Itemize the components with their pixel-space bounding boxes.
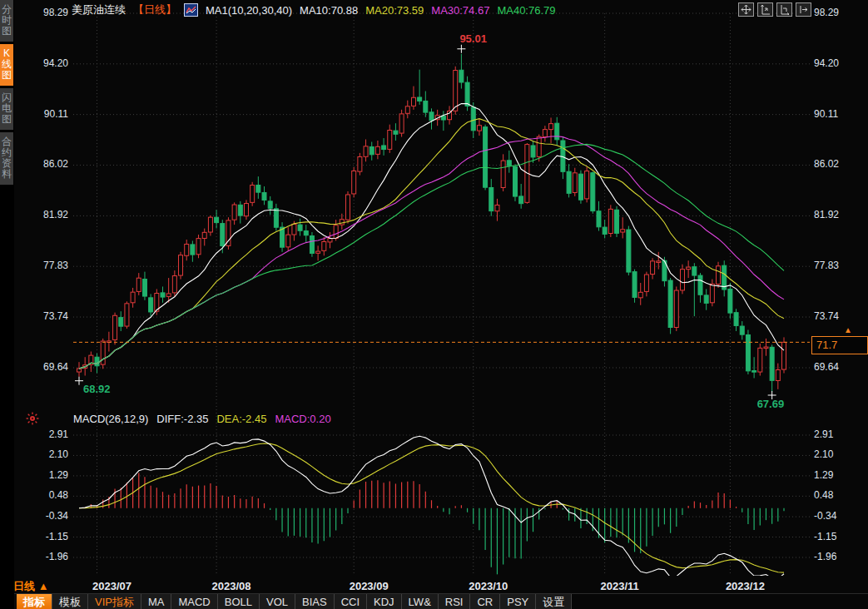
last-price-label: 71.7	[811, 336, 868, 354]
sidebar-tab-label: K线图	[2, 48, 12, 81]
price-axis-label: 81.92	[814, 209, 859, 220]
macd-axis-label: -1.96	[814, 551, 859, 562]
macd-axis-label: -0.34	[23, 510, 68, 522]
chart-canvas[interactable]	[0, 0, 868, 609]
price-axis-label: 94.20	[23, 57, 68, 69]
toolbar-tab-lw[interactable]: LW&	[402, 594, 439, 609]
sidebar-tab-kline-chart[interactable]: K线图	[0, 44, 13, 86]
toolbar-tab-cci[interactable]: CCI	[335, 594, 367, 609]
period-tag: 【日线】	[133, 2, 176, 17]
macd-axis-label: 1.29	[23, 469, 68, 481]
macd-macd-value: MACD:0.20	[275, 413, 330, 425]
ma30-value: MA30:74.67	[431, 4, 489, 17]
pan-tool-icon[interactable]	[738, 2, 754, 17]
sidebar-tab-contract-info[interactable]: 合约资料	[0, 132, 13, 185]
toolbar-tab-vol[interactable]: VOL	[260, 594, 295, 609]
sidebar-tab-label: 分时图	[2, 4, 12, 37]
macd-axis-label: -1.15	[814, 531, 859, 542]
macd-axis-label: -0.34	[814, 510, 859, 522]
macd-axis-label: 1.29	[814, 469, 859, 481]
toolbar-tab-template[interactable]: 模板	[52, 594, 88, 609]
price-axis-label: 69.64	[23, 361, 68, 373]
toolbar-tab-cr[interactable]: CR	[470, 594, 500, 609]
macd-axis-label: 2.10	[814, 448, 859, 460]
indicator-toolbar: 指标 模板 VIP指标 MA MACD BOLL VOL BIAS CCI KD…	[14, 593, 868, 609]
indicator-alert-icon[interactable]	[26, 412, 39, 428]
ma20-value: MA20:73.59	[365, 4, 424, 17]
price-axis-label: 73.74	[814, 310, 859, 322]
goto-latest-icon[interactable]	[796, 2, 811, 17]
ma10-value: MA10:70.88	[300, 4, 358, 17]
price-axis-label: 81.92	[23, 209, 68, 220]
line-chart-icon	[184, 3, 198, 17]
date-label: 2023/11	[588, 580, 652, 592]
macd-title: MACD(26,12,9)	[73, 413, 148, 425]
macd-axis-label: -1.96	[23, 551, 68, 562]
app-window: 分时图 K线图 闪电图 合约资料 美原油连续 【日线】 MA1(10,20,30…	[0, 0, 868, 609]
sidebar-tab-time-chart[interactable]: 分时图	[0, 0, 13, 42]
date-label: 2023/09	[337, 580, 400, 592]
x-axis-scale-icon[interactable]	[776, 2, 792, 17]
chart-tools	[738, 2, 811, 17]
price-axis-label: 90.11	[814, 108, 859, 120]
toolbar-tab-kdj[interactable]: KDJ	[367, 594, 402, 609]
period-dropdown-label: 日线	[13, 580, 35, 592]
low-price-marker-left: 68.92	[83, 383, 111, 395]
toolbar-tab-macd[interactable]: MACD	[171, 594, 217, 609]
macd-diff-value: DIFF:-2.35	[156, 413, 208, 425]
macd-axis-label: -1.15	[23, 531, 68, 542]
price-axis-label: 98.29	[23, 7, 68, 18]
toolbar-tab-indicator[interactable]: 指标	[17, 594, 52, 609]
macd-axis-label: 0.48	[23, 489, 68, 501]
chart-header: 美原油连续 【日线】 MA1(10,20,30,40) MA10:70.88 M…	[72, 2, 556, 17]
ma40-value: MA40:76.79	[497, 4, 555, 17]
price-axis-label: 77.83	[814, 260, 859, 271]
price-axis-label: 73.74	[23, 310, 68, 322]
toolbar-tab-boll[interactable]: BOLL	[218, 594, 260, 609]
price-axis-label: 86.02	[23, 158, 68, 170]
high-price-marker: 95.01	[459, 32, 487, 45]
price-axis-label: 98.29	[814, 7, 859, 18]
symbol-name: 美原油连续	[72, 2, 126, 17]
sidebar-tab-label: 闪电图	[2, 92, 12, 125]
macd-axis-label: 0.48	[814, 489, 859, 501]
price-axis-label: 86.02	[814, 158, 859, 170]
macd-axis-label: 2.91	[23, 428, 68, 440]
macd-axis-label: 2.10	[23, 448, 68, 460]
macd-dea-value: DEA:-2.45	[216, 413, 266, 425]
sidebar-tab-flash-chart[interactable]: 闪电图	[0, 88, 13, 130]
date-label: 2023/08	[200, 580, 263, 592]
date-label: 2023/10	[457, 580, 520, 592]
date-label: 2023/12	[713, 580, 776, 592]
toolbar-tab-rsi[interactable]: RSI	[439, 594, 471, 609]
price-axis-label: 69.64	[814, 361, 859, 373]
left-sidebar: 分时图 K线图 闪电图 合约资料	[0, 0, 14, 609]
ma-settings: MA1(10,20,30,40)	[206, 4, 292, 17]
toolbar-filler	[572, 594, 868, 609]
date-label: 2023/07	[81, 580, 144, 592]
toolbar-tab-ma[interactable]: MA	[141, 594, 172, 609]
sidebar-tab-label: 合约资料	[2, 136, 12, 180]
price-pin-icon: ▲	[844, 326, 852, 334]
y-axis-scale-icon[interactable]	[757, 2, 773, 17]
toolbar-tab-psy[interactable]: PSY	[500, 594, 536, 609]
toolbar-tab-settings[interactable]: 设置	[536, 594, 572, 609]
macd-header: MACD(26,12,9) DIFF:-2.35 DEA:-2.45 MACD:…	[73, 413, 331, 425]
toolbar-tab-bias[interactable]: BIAS	[295, 594, 335, 609]
low-price-marker-right: 67.69	[757, 398, 785, 410]
macd-axis-label: 2.91	[814, 428, 859, 440]
price-axis-label: 77.83	[23, 260, 68, 271]
price-axis-label: 90.11	[23, 108, 68, 120]
chevron-up-icon: ▲	[38, 580, 49, 592]
period-dropdown[interactable]: 日线 ▲	[13, 579, 49, 594]
toolbar-tab-vip-indicator[interactable]: VIP指标	[88, 594, 141, 609]
price-axis-label: 94.20	[814, 57, 859, 69]
